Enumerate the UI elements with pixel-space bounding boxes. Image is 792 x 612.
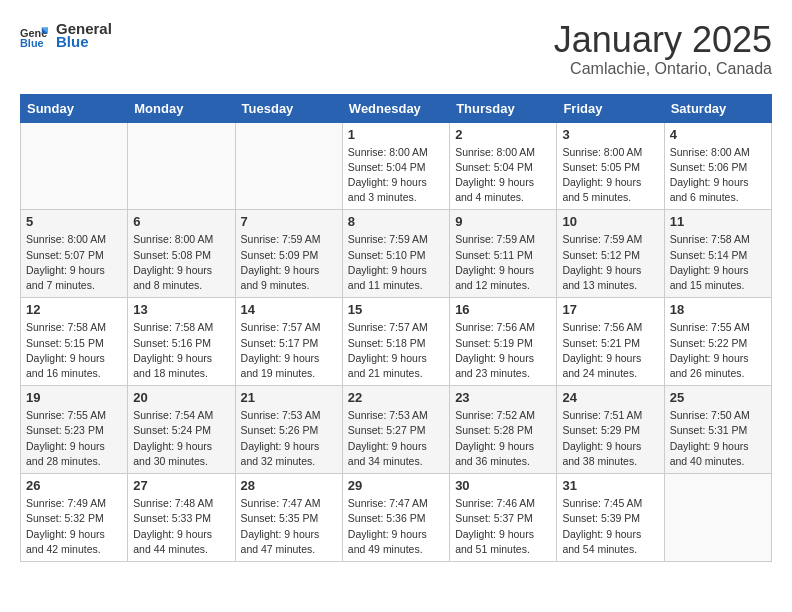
weekday-header-wednesday: Wednesday <box>342 94 449 122</box>
logo-blue: Blue <box>56 33 112 50</box>
day-number: 8 <box>348 214 444 229</box>
day-cell: 25Sunrise: 7:50 AM Sunset: 5:31 PM Dayli… <box>664 386 771 474</box>
day-number: 1 <box>348 127 444 142</box>
day-info: Sunrise: 7:51 AM Sunset: 5:29 PM Dayligh… <box>562 408 658 469</box>
day-cell: 16Sunrise: 7:56 AM Sunset: 5:19 PM Dayli… <box>450 298 557 386</box>
day-info: Sunrise: 7:56 AM Sunset: 5:19 PM Dayligh… <box>455 320 551 381</box>
day-cell: 26Sunrise: 7:49 AM Sunset: 5:32 PM Dayli… <box>21 474 128 562</box>
day-number: 29 <box>348 478 444 493</box>
day-info: Sunrise: 8:00 AM Sunset: 5:04 PM Dayligh… <box>348 145 444 206</box>
day-cell <box>664 474 771 562</box>
day-number: 17 <box>562 302 658 317</box>
day-info: Sunrise: 7:58 AM Sunset: 5:16 PM Dayligh… <box>133 320 229 381</box>
day-cell: 7Sunrise: 7:59 AM Sunset: 5:09 PM Daylig… <box>235 210 342 298</box>
page-header: General Blue General Blue January 2025 C… <box>20 20 772 78</box>
day-cell: 19Sunrise: 7:55 AM Sunset: 5:23 PM Dayli… <box>21 386 128 474</box>
day-cell: 14Sunrise: 7:57 AM Sunset: 5:17 PM Dayli… <box>235 298 342 386</box>
day-info: Sunrise: 7:53 AM Sunset: 5:27 PM Dayligh… <box>348 408 444 469</box>
logo-icon: General Blue <box>20 21 48 49</box>
weekday-header-sunday: Sunday <box>21 94 128 122</box>
day-info: Sunrise: 7:45 AM Sunset: 5:39 PM Dayligh… <box>562 496 658 557</box>
day-cell <box>128 122 235 210</box>
day-number: 26 <box>26 478 122 493</box>
day-number: 21 <box>241 390 337 405</box>
day-cell: 18Sunrise: 7:55 AM Sunset: 5:22 PM Dayli… <box>664 298 771 386</box>
day-number: 15 <box>348 302 444 317</box>
day-cell: 1Sunrise: 8:00 AM Sunset: 5:04 PM Daylig… <box>342 122 449 210</box>
day-info: Sunrise: 8:00 AM Sunset: 5:05 PM Dayligh… <box>562 145 658 206</box>
week-row-1: 1Sunrise: 8:00 AM Sunset: 5:04 PM Daylig… <box>21 122 772 210</box>
day-info: Sunrise: 7:49 AM Sunset: 5:32 PM Dayligh… <box>26 496 122 557</box>
day-info: Sunrise: 7:59 AM Sunset: 5:10 PM Dayligh… <box>348 232 444 293</box>
day-info: Sunrise: 7:50 AM Sunset: 5:31 PM Dayligh… <box>670 408 766 469</box>
day-cell: 29Sunrise: 7:47 AM Sunset: 5:36 PM Dayli… <box>342 474 449 562</box>
day-info: Sunrise: 7:59 AM Sunset: 5:12 PM Dayligh… <box>562 232 658 293</box>
weekday-header-row: SundayMondayTuesdayWednesdayThursdayFrid… <box>21 94 772 122</box>
day-number: 10 <box>562 214 658 229</box>
day-info: Sunrise: 8:00 AM Sunset: 5:08 PM Dayligh… <box>133 232 229 293</box>
day-cell: 4Sunrise: 8:00 AM Sunset: 5:06 PM Daylig… <box>664 122 771 210</box>
title-block: January 2025 Camlachie, Ontario, Canada <box>554 20 772 78</box>
day-cell: 3Sunrise: 8:00 AM Sunset: 5:05 PM Daylig… <box>557 122 664 210</box>
day-cell: 28Sunrise: 7:47 AM Sunset: 5:35 PM Dayli… <box>235 474 342 562</box>
day-number: 5 <box>26 214 122 229</box>
day-info: Sunrise: 8:00 AM Sunset: 5:07 PM Dayligh… <box>26 232 122 293</box>
day-number: 27 <box>133 478 229 493</box>
day-number: 9 <box>455 214 551 229</box>
week-row-4: 19Sunrise: 7:55 AM Sunset: 5:23 PM Dayli… <box>21 386 772 474</box>
weekday-header-tuesday: Tuesday <box>235 94 342 122</box>
day-cell: 8Sunrise: 7:59 AM Sunset: 5:10 PM Daylig… <box>342 210 449 298</box>
day-info: Sunrise: 7:58 AM Sunset: 5:14 PM Dayligh… <box>670 232 766 293</box>
day-number: 20 <box>133 390 229 405</box>
day-cell: 21Sunrise: 7:53 AM Sunset: 5:26 PM Dayli… <box>235 386 342 474</box>
day-cell: 2Sunrise: 8:00 AM Sunset: 5:04 PM Daylig… <box>450 122 557 210</box>
day-number: 16 <box>455 302 551 317</box>
day-info: Sunrise: 7:52 AM Sunset: 5:28 PM Dayligh… <box>455 408 551 469</box>
day-info: Sunrise: 7:53 AM Sunset: 5:26 PM Dayligh… <box>241 408 337 469</box>
weekday-header-monday: Monday <box>128 94 235 122</box>
day-info: Sunrise: 7:57 AM Sunset: 5:18 PM Dayligh… <box>348 320 444 381</box>
day-cell: 10Sunrise: 7:59 AM Sunset: 5:12 PM Dayli… <box>557 210 664 298</box>
week-row-2: 5Sunrise: 8:00 AM Sunset: 5:07 PM Daylig… <box>21 210 772 298</box>
day-cell: 13Sunrise: 7:58 AM Sunset: 5:16 PM Dayli… <box>128 298 235 386</box>
day-info: Sunrise: 7:48 AM Sunset: 5:33 PM Dayligh… <box>133 496 229 557</box>
calendar: SundayMondayTuesdayWednesdayThursdayFrid… <box>20 94 772 562</box>
day-info: Sunrise: 7:57 AM Sunset: 5:17 PM Dayligh… <box>241 320 337 381</box>
day-number: 12 <box>26 302 122 317</box>
svg-text:Blue: Blue <box>20 37 44 49</box>
day-info: Sunrise: 7:47 AM Sunset: 5:36 PM Dayligh… <box>348 496 444 557</box>
day-cell: 24Sunrise: 7:51 AM Sunset: 5:29 PM Dayli… <box>557 386 664 474</box>
day-cell: 20Sunrise: 7:54 AM Sunset: 5:24 PM Dayli… <box>128 386 235 474</box>
week-row-3: 12Sunrise: 7:58 AM Sunset: 5:15 PM Dayli… <box>21 298 772 386</box>
day-number: 22 <box>348 390 444 405</box>
logo: General Blue General Blue <box>20 20 112 50</box>
day-info: Sunrise: 7:46 AM Sunset: 5:37 PM Dayligh… <box>455 496 551 557</box>
day-cell: 15Sunrise: 7:57 AM Sunset: 5:18 PM Dayli… <box>342 298 449 386</box>
day-cell: 27Sunrise: 7:48 AM Sunset: 5:33 PM Dayli… <box>128 474 235 562</box>
week-row-5: 26Sunrise: 7:49 AM Sunset: 5:32 PM Dayli… <box>21 474 772 562</box>
day-cell: 12Sunrise: 7:58 AM Sunset: 5:15 PM Dayli… <box>21 298 128 386</box>
day-number: 31 <box>562 478 658 493</box>
day-number: 3 <box>562 127 658 142</box>
day-info: Sunrise: 7:59 AM Sunset: 5:11 PM Dayligh… <box>455 232 551 293</box>
day-info: Sunrise: 7:58 AM Sunset: 5:15 PM Dayligh… <box>26 320 122 381</box>
day-number: 30 <box>455 478 551 493</box>
day-info: Sunrise: 7:56 AM Sunset: 5:21 PM Dayligh… <box>562 320 658 381</box>
day-cell: 5Sunrise: 8:00 AM Sunset: 5:07 PM Daylig… <box>21 210 128 298</box>
day-number: 18 <box>670 302 766 317</box>
day-cell: 30Sunrise: 7:46 AM Sunset: 5:37 PM Dayli… <box>450 474 557 562</box>
day-cell: 9Sunrise: 7:59 AM Sunset: 5:11 PM Daylig… <box>450 210 557 298</box>
day-number: 6 <box>133 214 229 229</box>
day-cell: 6Sunrise: 8:00 AM Sunset: 5:08 PM Daylig… <box>128 210 235 298</box>
day-number: 13 <box>133 302 229 317</box>
weekday-header-thursday: Thursday <box>450 94 557 122</box>
day-cell <box>235 122 342 210</box>
weekday-header-saturday: Saturday <box>664 94 771 122</box>
day-number: 4 <box>670 127 766 142</box>
day-number: 23 <box>455 390 551 405</box>
day-cell: 22Sunrise: 7:53 AM Sunset: 5:27 PM Dayli… <box>342 386 449 474</box>
day-info: Sunrise: 7:54 AM Sunset: 5:24 PM Dayligh… <box>133 408 229 469</box>
day-cell: 17Sunrise: 7:56 AM Sunset: 5:21 PM Dayli… <box>557 298 664 386</box>
day-cell: 23Sunrise: 7:52 AM Sunset: 5:28 PM Dayli… <box>450 386 557 474</box>
day-info: Sunrise: 7:55 AM Sunset: 5:22 PM Dayligh… <box>670 320 766 381</box>
